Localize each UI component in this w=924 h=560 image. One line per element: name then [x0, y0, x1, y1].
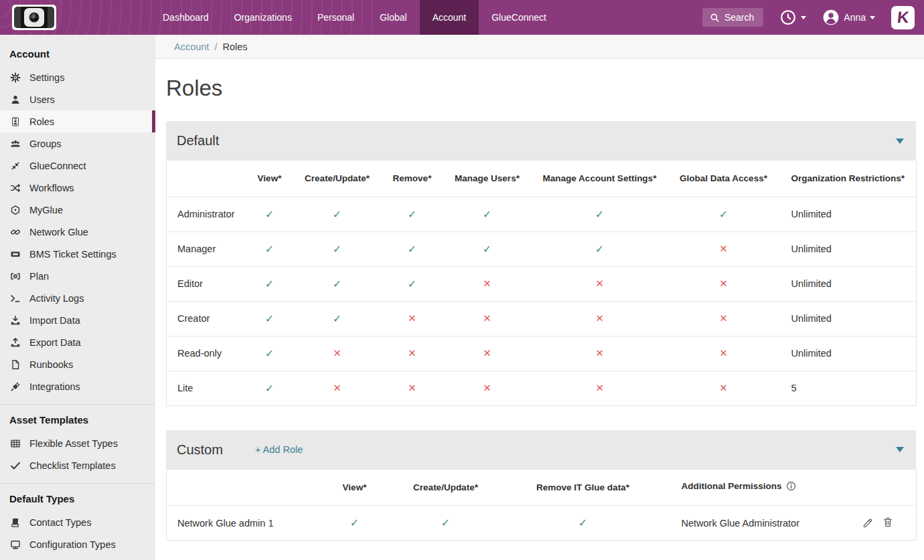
recent-activity-menu[interactable] [779, 9, 806, 26]
nav-item-account[interactable]: Account [420, 0, 479, 35]
breadcrumb-link-account[interactable]: Account [174, 41, 209, 52]
permission-check-icon: ✓ [719, 209, 728, 220]
sidebar-item-configuration-types[interactable]: Configuration Types [0, 533, 155, 555]
role-row-network-glue-admin-1: Network Glue admin 1✓✓✓Network Glue Admi… [167, 506, 917, 541]
nav-item-organizations[interactable]: Organizations [222, 0, 305, 35]
nav-item-global[interactable]: Global [367, 0, 419, 35]
sidebar-item-label: Workflows [29, 183, 74, 193]
sidebar-item-activity-logs[interactable]: Activity Logs [0, 287, 155, 309]
nav-item-personal[interactable]: Personal [305, 0, 367, 35]
sidebar-item-label: GlueConnect [29, 161, 86, 171]
column-header-empty [843, 470, 917, 506]
permission-cross-icon: ✕ [719, 312, 728, 324]
column-header-manage-users: Manage Users* [443, 161, 532, 197]
organization-restriction-value: Unlimited [780, 231, 917, 266]
search-button[interactable]: Search [702, 8, 763, 27]
clock-icon [779, 9, 797, 26]
sidebar-section-default-types: Default Types [0, 484, 155, 511]
sidebar-item-label: Contact Types [29, 517, 91, 528]
sidebar-item-label: MyGlue [29, 205, 63, 215]
monitor-icon [9, 539, 21, 550]
top-header: DashboardOrganizationsPersonalGlobalAcco… [0, 0, 924, 35]
sidebar-item-glueconnect[interactable]: GlueConnect [0, 155, 155, 177]
column-header-global-data-access: Global Data Access* [668, 161, 780, 197]
check-icon [9, 460, 21, 471]
sidebar-item-users[interactable]: Users [0, 88, 155, 110]
sidebar-item-settings[interactable]: Settings [0, 66, 155, 88]
company-logo[interactable] [12, 5, 56, 30]
sidebar-item-label: Settings [29, 72, 64, 83]
permission-cross-icon: ✕ [595, 382, 604, 393]
user-name-label: Anna [844, 12, 866, 23]
permission-check-icon: ✓ [333, 313, 341, 324]
primary-nav: DashboardOrganizationsPersonalGlobalAcco… [150, 0, 559, 35]
chevron-down-icon [801, 16, 806, 19]
file-icon [9, 359, 21, 370]
permission-cross-icon: ✕ [719, 347, 728, 359]
column-header-manage-account-settings: Manage Account Settings* [532, 161, 668, 197]
breadcrumb: Account / Roles [155, 35, 924, 59]
sidebar-section-asset-templates: Asset Templates [0, 405, 155, 432]
sidebar-item-myglue[interactable]: MyGlue [0, 199, 155, 221]
avatar [822, 9, 840, 26]
role-row-lite: Lite✓✕✕✕✕✕5 [167, 371, 917, 405]
table-header-row: View*Create/Update*Remove*Manage Users*M… [167, 161, 917, 197]
sidebar-item-contact-types[interactable]: Contact Types [0, 511, 155, 533]
shuffle-icon [9, 183, 21, 193]
user-icon [9, 94, 21, 105]
column-header-additional-permissions: Additional Permissions [670, 470, 843, 506]
search-button-label: Search [724, 12, 754, 23]
permission-cross-icon: ✕ [333, 347, 341, 359]
custom-panel-title: Custom [177, 442, 223, 458]
permission-check-icon: ✓ [265, 348, 274, 359]
permission-check-icon: ✓ [483, 244, 491, 255]
column-header-empty [167, 470, 314, 506]
sidebar-item-network-glue[interactable]: Network Glue [0, 221, 155, 243]
sidebar-item-import-data[interactable]: Import Data [0, 309, 155, 331]
sidebar-item-flexible-asset-types[interactable]: Flexible Asset Types [0, 432, 155, 454]
column-header-empty [167, 161, 247, 197]
permission-check-icon: ✓ [408, 278, 416, 290]
sidebar-item-bms-ticket-settings[interactable]: BMS Ticket Settings [0, 243, 155, 265]
user-menu[interactable]: Anna [822, 9, 875, 26]
permission-check-icon: ✓ [441, 517, 450, 529]
sidebar-item-groups[interactable]: Groups [0, 132, 155, 155]
info-icon[interactable] [786, 481, 796, 493]
additional-permissions-value: Network Glue Administrator [670, 506, 843, 541]
collapse-caret-icon[interactable] [896, 138, 904, 144]
id-badge-icon [9, 116, 21, 127]
column-header-remove: Remove* [382, 161, 443, 197]
sidebar-item-integrations[interactable]: Integrations [0, 375, 155, 397]
role-name: Creator [167, 301, 247, 336]
sidebar-item-export-data[interactable]: Export Data [0, 331, 155, 353]
sidebar-item-checklist-templates[interactable]: Checklist Templates [0, 454, 155, 476]
organization-restriction-value: Unlimited [780, 266, 917, 301]
sidebar: AccountSettingsUsersRolesGroupsGlueConne… [0, 35, 155, 560]
nav-item-glueconnect[interactable]: GlueConnect [479, 0, 559, 35]
permission-cross-icon: ✕ [483, 382, 491, 393]
permission-cross-icon: ✕ [719, 382, 728, 393]
sidebar-item-label: Activity Logs [29, 293, 84, 304]
ticket-icon [9, 249, 21, 260]
kaseya-logo-letter: K [896, 8, 909, 27]
column-header-view: View* [247, 161, 293, 197]
add-role-button[interactable]: + Add Role [255, 444, 303, 455]
sidebar-item-label: BMS Ticket Settings [29, 249, 117, 260]
sidebar-item-roles[interactable]: Roles [0, 110, 155, 132]
sidebar-item-runbooks[interactable]: Runbooks [0, 353, 155, 375]
permission-cross-icon: ✕ [719, 243, 728, 254]
edit-role-button[interactable] [862, 517, 873, 527]
nav-item-dashboard[interactable]: Dashboard [150, 0, 222, 35]
sidebar-item-workflows[interactable]: Workflows [0, 177, 155, 199]
sidebar-item-plan[interactable]: Plan [0, 265, 155, 287]
sidebar-item-configuration-statuses[interactable]: Configuration Statuses [0, 555, 155, 560]
breadcrumb-separator: / [214, 41, 217, 52]
row-actions [843, 506, 917, 541]
kaseya-logo[interactable]: K [891, 6, 915, 29]
collapse-caret-icon[interactable] [896, 447, 904, 452]
permission-cross-icon: ✕ [333, 382, 341, 393]
terminal-icon [9, 293, 21, 304]
page-title: Roles [166, 76, 924, 101]
sidebar-item-label: Import Data [29, 315, 80, 326]
delete-role-button[interactable] [882, 517, 893, 527]
